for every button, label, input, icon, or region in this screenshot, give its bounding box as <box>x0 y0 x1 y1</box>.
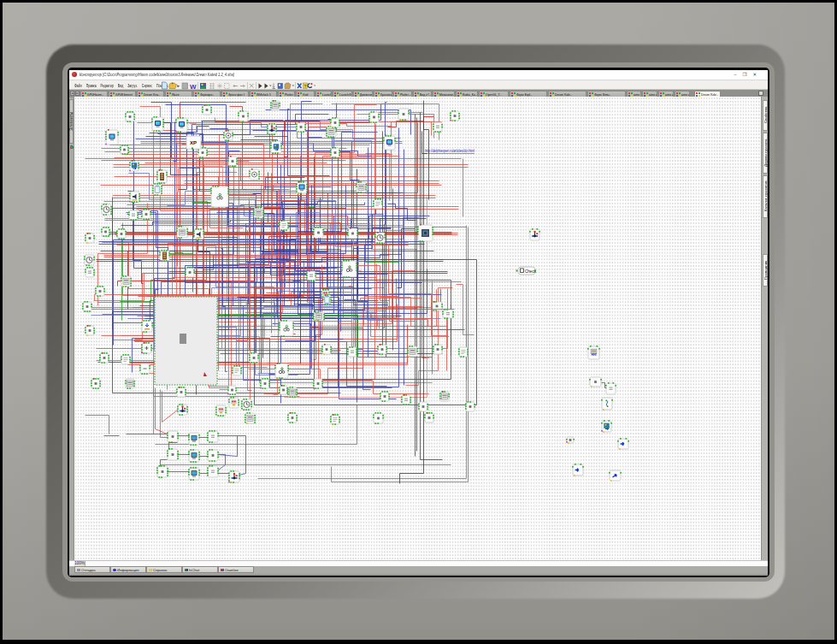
svg-text:XP: XP <box>190 140 197 145</box>
svg-text:HHI: HHI <box>591 353 596 357</box>
svg-text:?: ? <box>304 84 307 89</box>
svg-text:http://delphiexpert.ru/article: http://delphiexpert.ru/articles/dcr.html <box>425 148 474 153</box>
svg-text:W: W <box>190 83 197 91</box>
